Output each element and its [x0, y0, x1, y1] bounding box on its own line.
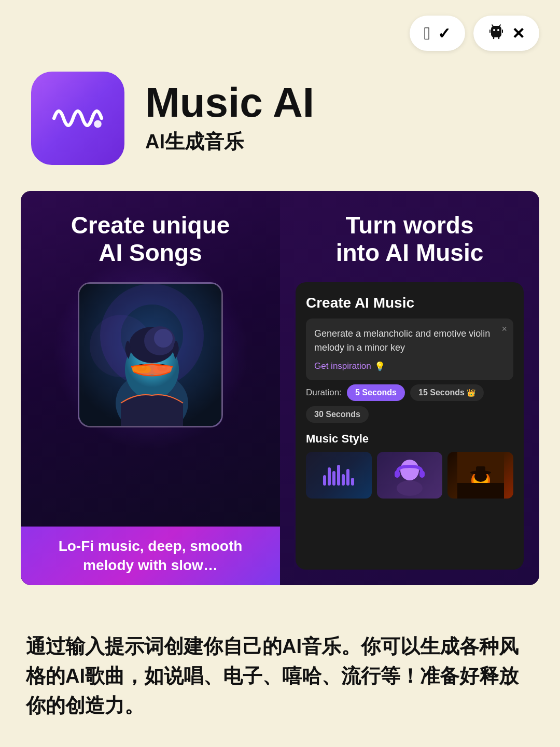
bar-2 [328, 467, 331, 486]
artist-card [78, 282, 223, 427]
style-card-person[interactable] [377, 452, 443, 499]
bar-4 [337, 465, 340, 486]
svg-point-11 [154, 329, 173, 348]
app-icon [31, 72, 124, 165]
phone-card: Create AI Music Generate a melancholic a… [296, 282, 524, 570]
svg-rect-17 [153, 366, 172, 373]
duration-label: Duration: [306, 388, 342, 398]
inspiration-link[interactable]: Get inspiration 💡 [314, 361, 505, 372]
card-title: Create AI Music [306, 295, 513, 311]
svg-rect-16 [132, 366, 151, 373]
crown-icon: 👑 [467, 389, 475, 397]
svg-point-2 [94, 120, 102, 128]
svg-rect-20 [419, 471, 425, 478]
app-subtitle: AI生成音乐 [145, 129, 314, 155]
top-bar:  ✓ ✕ [0, 0, 560, 61]
svg-rect-25 [457, 483, 504, 499]
app-name: Music AI [145, 82, 314, 123]
screenshot-container: Create uniqueAI Songs [21, 191, 539, 585]
apple-icon:  [424, 23, 430, 44]
app-logo-svg [49, 98, 106, 139]
inspiration-label: Get inspiration [314, 361, 371, 371]
svg-rect-28 [476, 466, 485, 474]
svg-rect-19 [395, 471, 400, 478]
description-text: 通过输入提示词创建你自己的AI音乐。你可以生成各种风格的AI歌曲，如说唱、电子、… [26, 632, 534, 721]
style-grid [306, 452, 513, 499]
duration-15s-button[interactable]: 15 Seconds👑 [410, 384, 484, 401]
android-icon [488, 23, 505, 44]
cross-icon: ✕ [512, 24, 525, 43]
app-header: Music AI AI生成音乐 [0, 61, 560, 191]
bulb-icon: 💡 [374, 361, 385, 372]
right-panel-title: Turn wordsinto AI Music [296, 212, 524, 267]
style-card-soundbars[interactable] [306, 452, 372, 499]
music-style-title: Music Style [306, 432, 513, 446]
bar-1 [323, 475, 326, 486]
check-icon: ✓ [438, 24, 451, 43]
svg-point-0 [493, 29, 495, 31]
artist-illustration [79, 284, 221, 426]
person-headphones-icon [386, 452, 433, 499]
text-input-area[interactable]: Generate a melancholic and emotive violi… [306, 319, 513, 380]
android-badge: ✕ [473, 16, 539, 51]
right-panel: Turn wordsinto AI Music Create AI Music … [280, 191, 539, 585]
bottom-banner-text: Lo-Fi music, deep, smooth melody with sl… [33, 537, 268, 575]
duration-5s-button[interactable]: 5 Seconds [347, 384, 405, 401]
bar-5 [342, 474, 345, 486]
bar-6 [346, 469, 349, 486]
close-button[interactable]: × [501, 324, 507, 335]
sound-bars-icon [323, 465, 354, 486]
duration-row: Duration: 5 Seconds 15 Seconds👑 30 Secon… [306, 384, 513, 423]
bar-7 [351, 478, 354, 486]
left-panel-title: Create uniqueAI Songs [71, 212, 230, 267]
input-text: Generate a melancholic and emotive violi… [314, 327, 505, 355]
svg-point-18 [400, 460, 419, 480]
description-section: 通过输入提示词创建你自己的AI音乐。你可以生成各种风格的AI歌曲，如说唱、电子、… [0, 611, 560, 746]
duration-15s-label: 15 Seconds [418, 388, 465, 397]
left-panel: Create uniqueAI Songs [21, 191, 280, 585]
bottom-banner: Lo-Fi music, deep, smooth melody with sl… [21, 527, 280, 585]
app-info: Music AI AI生成音乐 [145, 82, 314, 155]
ios-badge:  ✓ [410, 16, 465, 51]
bar-3 [332, 471, 335, 486]
duration-30s-button[interactable]: 30 Seconds [306, 406, 369, 423]
svg-point-1 [497, 29, 499, 31]
artist-figure [79, 284, 221, 426]
style-card-cowboy[interactable] [447, 452, 513, 499]
svg-point-21 [397, 480, 423, 496]
cowboy-sunset-icon [457, 452, 504, 499]
